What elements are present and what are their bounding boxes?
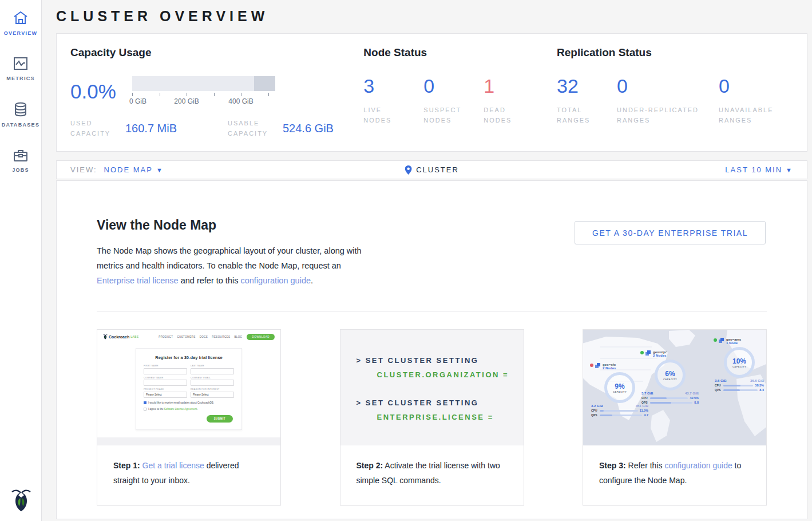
breadcrumb-cluster: CLUSTER <box>416 165 459 174</box>
capacity-axis-ticks <box>132 91 275 96</box>
mini-trial-form: Register for a 30-day trial license FIRS… <box>136 348 242 430</box>
page-title: CLUSTER OVERVIEW <box>56 8 807 25</box>
sidebar-item-overview[interactable]: OVERVIEW <box>4 10 38 36</box>
chevron-down-icon: ▼ <box>156 167 164 173</box>
total-ranges-stat: 32 TOTAL RANGES <box>557 76 617 125</box>
configuration-guide-link[interactable]: configuration guide <box>664 461 732 470</box>
get-trial-license-link[interactable]: Get a trial license <box>142 461 204 470</box>
mini-site-header: Cockroach LABS PRODUCT CUSTOMERS DOCS RE… <box>97 330 280 344</box>
sql-command-prompt: > SET CLUSTER SETTING <box>357 356 524 365</box>
step2-card: > SET CLUSTER SETTING CLUSTER.ORGANIZATI… <box>340 329 524 506</box>
mini-submit-button: SUBMIT <box>207 415 233 423</box>
map-pin-icon <box>405 165 411 175</box>
database-icon <box>14 102 27 117</box>
capacity-axis-labels: 0 GiB 200 GiB 400 GiB <box>132 97 275 106</box>
cockroach-labs-mini-logo: Cockroach LABS <box>103 334 139 340</box>
locality-nyc: geo=nyc2 Nodes 6% CAPACITY 3.7 GiB43.7 G… <box>640 350 700 404</box>
capacity-ring-gauge: 10% CAPACITY <box>724 347 755 378</box>
sql-command-setting: ENTERPRISE.LICENSE = <box>357 413 524 421</box>
enterprise-trial-license-link[interactable]: Enterprise trial license <box>97 276 179 285</box>
checkbox-unchecked-icon <box>144 408 146 411</box>
mini-select: Please Select <box>144 392 187 398</box>
home-icon <box>13 10 29 25</box>
mini-checkbox-license: I agree to the Software License Agreemen… <box>144 408 234 411</box>
capacity-bar-nonusable-segment <box>254 76 276 91</box>
sidebar-item-databases[interactable]: DATABASES <box>2 102 39 128</box>
view-selector-dropdown[interactable]: NODE MAP▼ <box>104 165 164 174</box>
suspect-nodes-label: SUSPECT NODES <box>423 105 475 125</box>
dead-nodes-value: 1 <box>484 76 544 96</box>
under-replicated-ranges-stat: 0 UNDER-REPLICATED RANGES <box>617 76 719 125</box>
sidebar-item-jobs[interactable]: JOBS <box>12 148 29 173</box>
sidebar-item-metrics[interactable]: METRICS <box>6 57 35 81</box>
chevron-down-icon: ▼ <box>786 167 793 173</box>
usable-capacity-label: USABLE CAPACITY <box>228 118 283 139</box>
tick-label: 200 GiB <box>174 97 199 105</box>
enterprise-trial-button[interactable]: GET A 30-DAY ENTERPRISE TRIAL <box>575 221 766 244</box>
usable-capacity-value: 524.6 GiB <box>283 122 360 135</box>
locality-ams: geo=ams1 Node 10% CAPACITY 3.6 GiB36.6 G… <box>714 338 765 392</box>
dead-nodes-stat: 1 DEAD NODES <box>484 76 544 125</box>
sql-commands-snippet: > SET CLUSTER SETTING CLUSTER.ORGANIZATI… <box>340 330 524 445</box>
under-replicated-ranges-value: 0 <box>617 76 719 96</box>
node-status-title: Node Status <box>363 46 557 59</box>
dead-nodes-label: DEAD NODES <box>484 105 524 125</box>
live-nodes-stat: 3 LIVE NODES <box>363 76 423 125</box>
step3-caption: Step 3: Refer this configuration guide t… <box>583 445 766 488</box>
sidebar-item-label: METRICS <box>6 76 35 81</box>
unavailable-ranges-stat: 0 UNAVAILABLE RANGES <box>719 76 793 125</box>
cockroachdb-logo <box>0 488 42 512</box>
capacity-bar <box>132 76 275 91</box>
total-ranges-label: TOTAL RANGES <box>557 105 597 125</box>
description-text: and refer to this <box>179 276 241 285</box>
step1-caption: Step 1: Get a trial license delivered st… <box>97 445 280 488</box>
live-status-dot-icon <box>714 338 717 342</box>
node-map-description: The Node Map shows the geographical layo… <box>97 243 366 288</box>
unavailable-ranges-value: 0 <box>719 76 793 96</box>
sidebar-item-label: OVERVIEW <box>4 30 38 36</box>
capacity-used-percent: 0.0% <box>70 80 132 103</box>
capacity-ring-gauge: 9% CAPACITY <box>604 372 635 403</box>
mini-site-nav: PRODUCT CUSTOMERS DOCS RESOURCES BLOG <box>159 336 242 338</box>
capacity-usage-title: Capacity Usage <box>70 46 363 59</box>
suspect-nodes-value: 0 <box>423 76 484 96</box>
used-capacity-label: USED CAPACITY <box>70 118 125 139</box>
mini-select: Please Select <box>191 392 234 398</box>
capacity-ring-gauge: 6% CAPACITY <box>655 360 686 390</box>
metrics-chart-icon <box>13 57 28 70</box>
node-status-section: Node Status 3 LIVE NODES 0 SUSPECT NODES… <box>363 46 557 139</box>
description-text: . <box>311 276 313 285</box>
live-status-dot-icon <box>640 351 644 354</box>
configuration-guide-link[interactable]: configuration guide <box>240 276 311 285</box>
setup-steps-cards: Cockroach LABS PRODUCT CUSTOMERS DOCS RE… <box>97 329 767 506</box>
description-text: The Node Map shows the geographical layo… <box>97 246 362 270</box>
suspect-nodes-stat: 0 SUSPECT NODES <box>423 76 484 125</box>
capacity-usage-section: Capacity Usage 0.0% 0 GiB 200 GiB 400 Gi… <box>70 46 363 139</box>
view-bar: VIEW: NODE MAP▼ CLUSTER LAST 10 MIN▼ <box>56 160 807 179</box>
step1-card: Cockroach LABS PRODUCT CUSTOMERS DOCS RE… <box>97 329 281 506</box>
step3-card: geo=sfo2 Nodes 9% CAPACITY 3.2 GiB351 Gi… <box>583 329 767 506</box>
capacity-gauge: 0 GiB 200 GiB 400 GiB <box>132 76 275 106</box>
mini-input <box>191 368 234 374</box>
mini-form-title: Register for a 30-day trial license <box>144 355 234 360</box>
replication-status-title: Replication Status <box>557 46 793 59</box>
live-nodes-label: LIVE NODES <box>363 105 409 125</box>
total-ranges-value: 32 <box>557 76 617 96</box>
replication-status-section: Replication Status 32 TOTAL RANGES 0 UND… <box>557 46 793 139</box>
time-range-dropdown[interactable]: LAST 10 MIN▼ <box>725 165 793 174</box>
cluster-summary-panel: Capacity Usage 0.0% 0 GiB 200 GiB 400 Gi… <box>56 33 807 152</box>
trial-signup-screenshot: Cockroach LABS PRODUCT CUSTOMERS DOCS RE… <box>97 330 280 445</box>
node-map-panel: View the Node Map The Node Map shows the… <box>56 180 807 519</box>
under-replicated-ranges-label: UNDER-REPLICATED RANGES <box>617 105 711 125</box>
dead-status-dot-icon <box>590 364 593 367</box>
main-content: CLUSTER OVERVIEW Capacity Usage 0.0% 0 G… <box>42 0 812 519</box>
mini-input <box>144 368 187 374</box>
unavailable-ranges-label: UNAVAILABLE RANGES <box>719 105 782 125</box>
node-cube-icon <box>719 338 724 344</box>
tick-label: 0 GiB <box>129 97 146 105</box>
used-capacity-value: 160.7 MiB <box>125 122 203 135</box>
mini-input <box>191 380 234 386</box>
checkbox-checked-icon <box>144 401 146 404</box>
sql-command-prompt: > SET CLUSTER SETTING <box>357 398 524 407</box>
briefcase-icon <box>13 148 28 162</box>
